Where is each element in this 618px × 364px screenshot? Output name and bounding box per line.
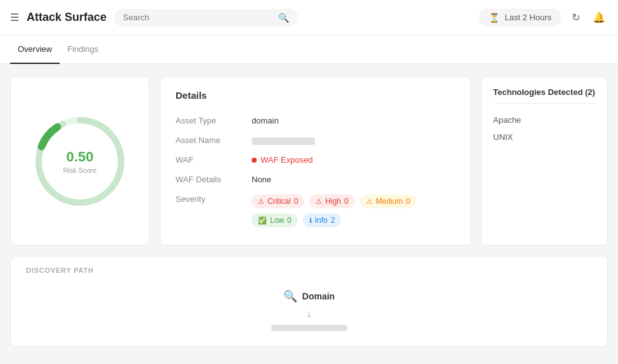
main-content: 0.50 Risk Score Details Asset Type domai… <box>0 64 618 360</box>
waf-row: WAF WAF Exposed <box>176 150 455 170</box>
waf-details-value: None <box>252 175 271 184</box>
asset-type-value: domain <box>252 116 279 125</box>
tab-findings[interactable]: Findings <box>60 35 106 64</box>
severity-badges-row2: ✅ Low 0 ℹ Info 2 <box>252 213 416 227</box>
tech-item-unix: UNIX <box>493 129 596 146</box>
info-icon: ℹ <box>309 217 312 225</box>
low-label: Low <box>270 216 284 225</box>
waf-exposed-text: WAF Exposed <box>261 155 313 165</box>
tech-item-apache: Apache <box>493 111 596 129</box>
discovery-content: 🔍 Domain ↓ <box>26 289 592 331</box>
time-filter[interactable]: ⏳ Last 2 Hours <box>479 9 562 27</box>
discovery-sub-node <box>271 325 347 331</box>
asset-name-redacted <box>252 137 315 145</box>
search-input[interactable] <box>123 13 273 22</box>
search-icon: 🔍 <box>278 13 289 23</box>
waf-details-row: WAF Details None <box>176 170 455 189</box>
low-count: 0 <box>287 216 292 225</box>
technologies-title: Technologies Detected (2) <box>493 87 596 104</box>
discovery-title: DISCOVERY PATH <box>26 267 592 274</box>
risk-score-text: 0.50 Risk Score <box>63 149 96 174</box>
domain-search-icon: 🔍 <box>283 289 297 303</box>
menu-icon[interactable]: ☰ <box>10 11 19 23</box>
waf-status-dot <box>252 158 257 163</box>
asset-name-row: Asset Name <box>176 130 455 150</box>
medium-count: 0 <box>406 197 410 206</box>
top-row: 0.50 Risk Score Details Asset Type domai… <box>10 77 608 246</box>
asset-type-row: Asset Type domain <box>176 111 455 130</box>
details-title: Details <box>176 90 455 101</box>
asset-type-label: Asset Type <box>176 116 252 125</box>
severity-row: Severity ⚠ Critical 0 ⚠ High 0 <box>176 189 455 232</box>
critical-label: Critical <box>267 197 291 206</box>
medium-icon: ⚠ <box>366 198 373 206</box>
technologies-card: Technologies Detected (2) Apache UNIX <box>481 77 608 246</box>
high-label: High <box>325 197 341 206</box>
badge-low: ✅ Low 0 <box>252 213 298 227</box>
risk-circle: 0.50 Risk Score <box>29 111 131 212</box>
medium-label: Medium <box>376 197 403 206</box>
severity-value: ⚠ Critical 0 ⚠ High 0 ⚠ Medium 0 <box>252 194 416 227</box>
hourglass-icon: ⏳ <box>489 13 499 23</box>
asset-name-value <box>252 135 315 145</box>
discovery-domain-node: 🔍 Domain <box>283 289 335 303</box>
badge-medium: ⚠ Medium 0 <box>360 194 416 208</box>
critical-icon: ⚠ <box>258 198 264 206</box>
high-icon: ⚠ <box>316 198 322 206</box>
discovery-arrow: ↓ <box>307 308 312 320</box>
low-icon: ✅ <box>258 217 267 225</box>
waf-details-label: WAF Details <box>176 175 252 184</box>
search-bar[interactable]: 🔍 <box>114 9 298 27</box>
risk-score-label: Risk Score <box>63 166 96 174</box>
critical-count: 0 <box>294 197 299 206</box>
info-label: Info <box>315 216 328 225</box>
waf-value: WAF Exposed <box>252 155 313 165</box>
refresh-button[interactable]: ↻ <box>569 9 583 26</box>
discovery-node-label: Domain <box>302 291 335 301</box>
severity-label: Severity <box>176 194 252 204</box>
asset-name-label: Asset Name <box>176 135 252 145</box>
header: ☰ Attack Surface 🔍 ⏳ Last 2 Hours ↻ 🔔 <box>0 0 618 35</box>
app-title: Attack Surface <box>27 11 106 24</box>
high-count: 0 <box>344 197 349 206</box>
details-card: Details Asset Type domain Asset Name WAF… <box>160 77 471 246</box>
waf-label: WAF <box>176 155 252 165</box>
risk-score-card: 0.50 Risk Score <box>10 77 150 246</box>
badge-high: ⚠ High 0 <box>309 194 354 208</box>
badge-info: ℹ Info 2 <box>303 213 342 227</box>
header-actions: ↻ 🔔 <box>569 9 608 26</box>
info-count: 2 <box>331 216 335 225</box>
tabs: Overview Findings <box>0 35 618 64</box>
risk-score-value: 0.50 <box>63 149 96 165</box>
severity-badges: ⚠ Critical 0 ⚠ High 0 ⚠ Medium 0 <box>252 194 416 208</box>
tab-overview[interactable]: Overview <box>10 35 60 64</box>
discovery-card: DISCOVERY PATH 🔍 Domain ↓ <box>10 256 608 347</box>
time-label: Last 2 Hours <box>505 13 551 22</box>
badge-critical: ⚠ Critical 0 <box>252 194 304 208</box>
notification-button[interactable]: 🔔 <box>590 9 608 26</box>
